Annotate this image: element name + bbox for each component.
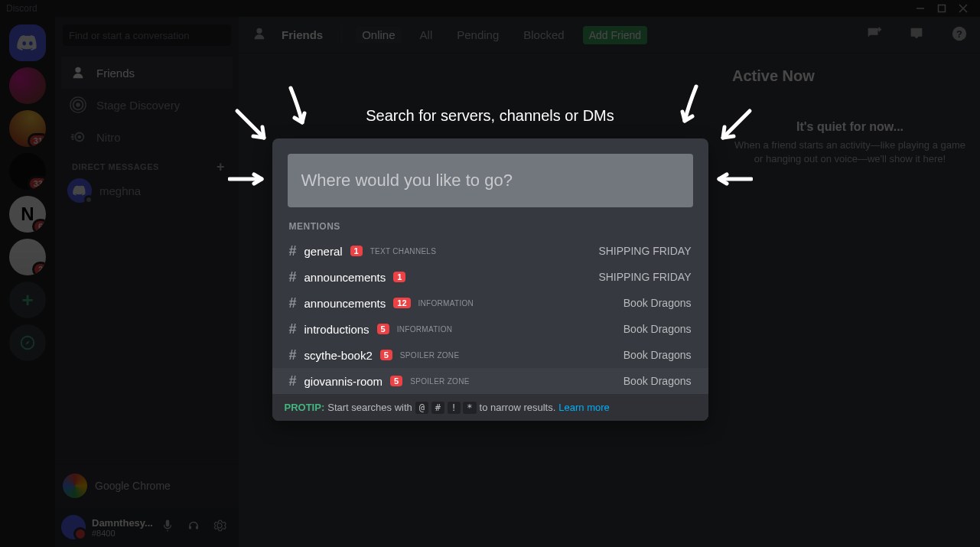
annotation-arrow <box>673 83 704 132</box>
quickswitcher-section-label: MENTIONS <box>272 207 708 238</box>
result-name: announcements <box>304 271 386 284</box>
quickswitcher-result[interactable]: #giovannis-room5SPOILER ZONEBook Dragons <box>272 368 708 394</box>
result-name: scythe-book2 <box>304 349 373 362</box>
annotation-arrow <box>233 107 272 148</box>
result-server: Book Dragons <box>623 323 692 335</box>
annotation-arrow <box>228 170 266 191</box>
protip-text-a: Start searches with <box>327 402 412 413</box>
hash-icon: # <box>289 269 297 285</box>
result-badge: 12 <box>393 298 410 308</box>
result-server: Book Dragons <box>623 297 692 309</box>
hash-icon: # <box>289 373 297 389</box>
result-name: giovannis-room <box>304 375 383 388</box>
result-category: TEXT CHANNELS <box>370 247 437 256</box>
result-badge: 5 <box>377 324 389 334</box>
annotation-arrow <box>283 84 314 133</box>
result-server: Book Dragons <box>623 349 692 361</box>
result-server: Book Dragons <box>623 375 692 387</box>
quickswitcher-result[interactable]: #general1TEXT CHANNELSSHIPPING FRIDAY <box>272 238 708 264</box>
result-name: announcements <box>304 297 386 310</box>
protip-text-b: to narrow results. <box>480 402 556 413</box>
annotation-arrow <box>715 107 754 148</box>
quickswitcher-result[interactable]: #scythe-book25SPOILER ZONEBook Dragons <box>272 342 708 368</box>
result-category: INFORMATION <box>418 299 474 308</box>
hash-icon: # <box>289 243 297 259</box>
result-badge: 1 <box>393 272 405 282</box>
result-category: SPOILER ZONE <box>400 351 460 360</box>
quickswitcher-results: #general1TEXT CHANNELSSHIPPING FRIDAY#an… <box>272 238 708 394</box>
quickswitcher-input[interactable] <box>301 171 679 190</box>
protip-key: @ <box>415 402 428 414</box>
result-category: SPOILER ZONE <box>410 377 470 386</box>
result-badge: 5 <box>380 350 392 360</box>
protip-learn-more[interactable]: Learn more <box>558 402 609 413</box>
result-name: general <box>304 245 343 258</box>
annotation-arrow <box>715 170 753 191</box>
quickswitcher-result[interactable]: #announcements1SHIPPING FRIDAY <box>272 264 708 290</box>
quickswitcher-modal: MENTIONS #general1TEXT CHANNELSSHIPPING … <box>272 138 708 421</box>
protip-label: PROTIP: <box>285 402 325 413</box>
hash-icon: # <box>289 321 297 337</box>
result-badge: 5 <box>390 376 402 386</box>
result-server: SHIPPING FRIDAY <box>598 245 691 257</box>
result-badge: 1 <box>350 246 363 256</box>
hash-icon: # <box>289 295 297 311</box>
quickswitcher-result[interactable]: #announcements12INFORMATIONBook Dragons <box>272 290 708 316</box>
result-category: INFORMATION <box>397 325 453 334</box>
hash-icon: # <box>289 347 297 363</box>
protip-key: ! <box>448 402 461 414</box>
protip-key: * <box>463 402 476 414</box>
quickswitcher-search-field[interactable] <box>288 154 693 207</box>
result-name: introductions <box>304 323 370 336</box>
quickswitcher-protip: PROTIP: Start searches with @ # ! * to n… <box>272 394 708 421</box>
quickswitcher-result[interactable]: #introductions5INFORMATIONBook Dragons <box>272 316 708 342</box>
quickswitcher-title: Search for servers, channels or DMs <box>272 107 708 125</box>
result-server: SHIPPING FRIDAY <box>598 271 691 283</box>
protip-key: # <box>431 402 444 414</box>
